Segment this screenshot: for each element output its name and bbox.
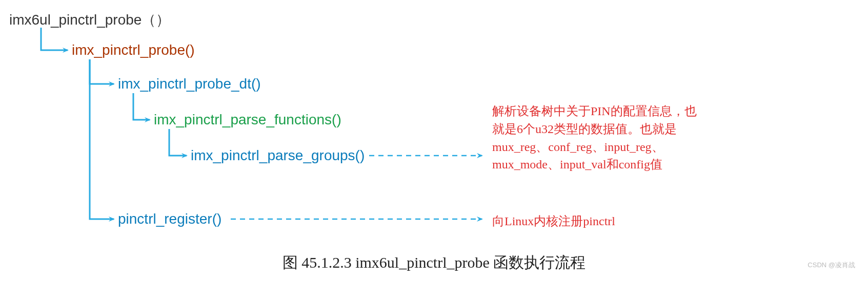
function-imx-pinctrl-parse-groups: imx_pinctrl_parse_groups() xyxy=(191,147,365,164)
diagram-container: imx6ul_pinctrl_probe（） imx_pinctrl_probe… xyxy=(0,0,868,281)
function-pinctrl-register: pinctrl_register() xyxy=(118,211,221,227)
function-imx-pinctrl-probe-dt: imx_pinctrl_probe_dt() xyxy=(118,76,261,92)
description-register: 向Linux内核注册pinctrl xyxy=(492,212,615,230)
watermark-text: CSDN @凌肖战 xyxy=(808,261,855,270)
function-imx-pinctrl-probe: imx_pinctrl_probe() xyxy=(72,42,195,58)
function-root: imx6ul_pinctrl_probe（） xyxy=(9,10,170,30)
function-imx-pinctrl-parse-functions: imx_pinctrl_parse_functions() xyxy=(154,112,341,128)
figure-caption: 图 45.1.2.3 imx6ul_pinctrl_probe 函数执行流程 xyxy=(282,252,586,273)
description-parse-groups: 解析设备树中关于PIN的配置信息，也就是6个u32类型的数据值。也就是mux_r… xyxy=(492,102,697,174)
